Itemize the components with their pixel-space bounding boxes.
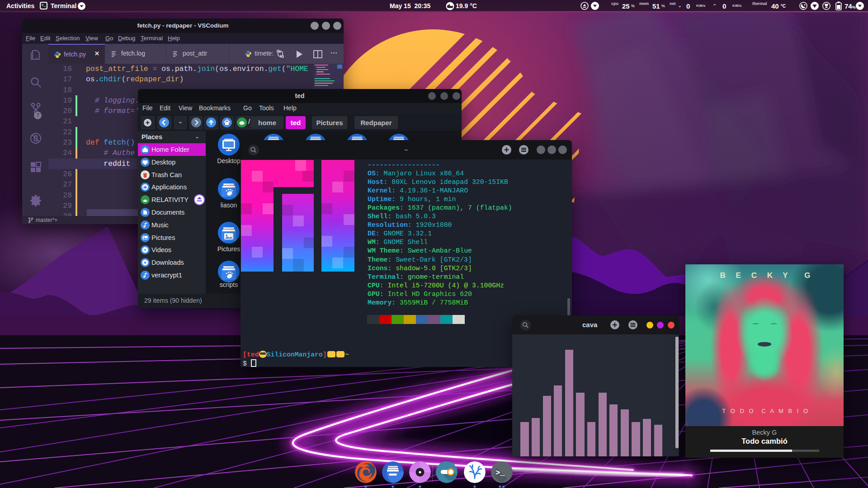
svg-text:>_: >_: [495, 469, 505, 477]
